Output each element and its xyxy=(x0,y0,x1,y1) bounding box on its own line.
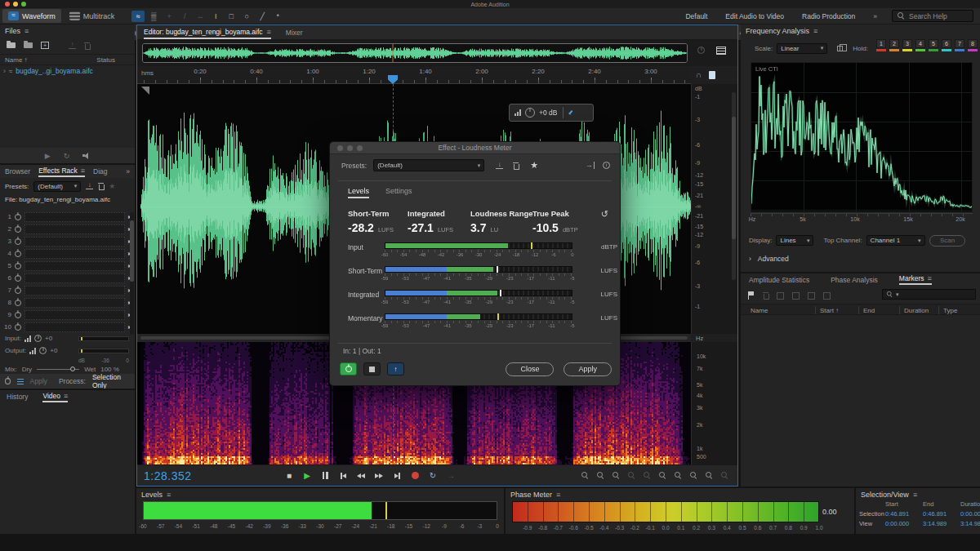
time-selection-tool-icon[interactable]: I xyxy=(209,11,222,22)
files-status-column[interactable]: Status xyxy=(96,56,115,64)
slot-well[interactable] xyxy=(24,237,125,247)
favorite-preset-icon[interactable]: ★ xyxy=(530,160,538,171)
timecode-display[interactable]: 1:28.352 xyxy=(144,469,192,482)
overview-range-frame[interactable] xyxy=(142,43,688,63)
tab-mixer[interactable]: Mixer xyxy=(286,29,303,37)
effect-power-button[interactable] xyxy=(340,362,357,375)
loop-button[interactable]: ↻ xyxy=(428,471,438,481)
slot-power-icon[interactable] xyxy=(15,275,21,282)
slot-power-icon[interactable] xyxy=(15,300,21,306)
dialog-preset-select[interactable]: (Default)▾ xyxy=(373,159,484,171)
advanced-toggle[interactable]: › Advanced xyxy=(749,255,789,263)
tab-browser[interactable]: Browser xyxy=(5,167,30,176)
slot-power-icon[interactable] xyxy=(15,312,21,318)
dialog-window-controls[interactable] xyxy=(337,145,363,151)
slot-well[interactable] xyxy=(24,261,125,271)
panel-menu-icon[interactable]: ≡ xyxy=(556,491,560,499)
frequency-graph[interactable]: Live CTI xyxy=(751,62,973,212)
hold-button-2[interactable]: 2 xyxy=(889,39,899,51)
tab-video[interactable]: Video≡ xyxy=(42,392,68,402)
add-marker-icon[interactable] xyxy=(747,291,755,300)
workspace-item[interactable]: Edit Audio to Video xyxy=(725,12,784,20)
delete-preset-icon[interactable] xyxy=(513,162,519,169)
top-channel-select[interactable]: Channel 1▾ xyxy=(866,235,925,246)
search-input[interactable] xyxy=(909,12,968,20)
marker-column-2[interactable]: End xyxy=(863,307,875,314)
zoom-full-icon[interactable] xyxy=(721,472,728,479)
effect-slot[interactable]: 6▸ xyxy=(0,272,135,284)
marker-search-box[interactable]: ▾ xyxy=(882,289,976,300)
effect-slot[interactable]: 3▸ xyxy=(0,235,135,247)
move-tool-icon[interactable]: + xyxy=(163,11,176,22)
hold-button-1[interactable]: 1 xyxy=(876,39,886,51)
slot-well[interactable] xyxy=(24,249,125,259)
play-button[interactable]: ▶ xyxy=(302,471,312,481)
files-name-column[interactable]: Name ↑ xyxy=(5,56,28,64)
zoom-selection-icon[interactable] xyxy=(612,472,620,479)
export-markers-icon[interactable] xyxy=(823,292,831,300)
tab-amplitude-statistics[interactable]: Amplitude Statistics xyxy=(749,276,809,284)
process-mode-select[interactable]: Selection Only xyxy=(92,373,130,389)
expander-icon[interactable]: › xyxy=(3,67,6,75)
tab-phase-analysis[interactable]: Phase Analysis xyxy=(831,276,878,284)
close-button[interactable]: Close xyxy=(506,362,554,376)
skip-back-button[interactable] xyxy=(338,471,348,481)
minimize-window-icon[interactable] xyxy=(13,2,18,7)
stop-button[interactable]: ■ xyxy=(284,471,294,481)
spot-healing-brush-tool-icon[interactable]: * xyxy=(271,11,284,22)
overview-strip[interactable] xyxy=(137,40,737,66)
rack-preset-select[interactable]: (Default)▾ xyxy=(33,181,81,192)
dialog-titlebar[interactable]: Effect - Loudness Meter xyxy=(330,142,620,154)
slot-well[interactable] xyxy=(24,322,125,332)
apply-button[interactable]: Apply xyxy=(564,362,612,376)
stop-button[interactable] xyxy=(363,362,381,375)
merge-markers-icon[interactable] xyxy=(777,292,784,300)
file-list-item[interactable]: › ≈ bugday_..gi_boyama.aifc xyxy=(0,65,135,77)
new-content-icon[interactable]: + xyxy=(41,42,49,49)
mix-slider-handle[interactable] xyxy=(70,367,75,371)
slot-power-icon[interactable] xyxy=(15,287,21,294)
spectral-display-icon[interactable]: ▒ xyxy=(147,11,160,22)
slip-tool-icon[interactable]: ↔ xyxy=(194,11,207,22)
hold-button-5[interactable]: 5 xyxy=(929,39,938,51)
zoom-out-vertical-icon[interactable] xyxy=(675,472,682,479)
zoom-in-horizontal-icon[interactable] xyxy=(581,472,589,479)
panel-menu-icon[interactable]: ≡ xyxy=(813,27,817,35)
help-search-box[interactable] xyxy=(892,10,973,22)
overview-waveform[interactable] xyxy=(143,44,687,62)
workspace-item[interactable]: Default xyxy=(685,12,707,20)
save-preset-icon[interactable]: ↓ xyxy=(86,183,93,189)
slot-well[interactable] xyxy=(24,212,125,222)
hold-button-8[interactable]: 8 xyxy=(968,39,978,51)
save-preset-icon[interactable]: ↓ xyxy=(496,162,503,169)
close-window-icon[interactable] xyxy=(5,2,10,7)
marker-column-1[interactable]: Start ↑ xyxy=(820,307,839,314)
marker-column-4[interactable]: Type xyxy=(943,307,957,314)
effect-slot[interactable]: 2▸ xyxy=(0,223,135,235)
display-select[interactable]: Lines▾ xyxy=(776,235,813,246)
rename-marker-icon[interactable] xyxy=(808,292,815,300)
tab-overflow-icon[interactable]: » xyxy=(126,167,130,176)
lasso-selection-tool-icon[interactable]: ○ xyxy=(240,11,253,22)
rack-list-icon[interactable] xyxy=(17,379,24,384)
timeline-ruler[interactable]: hms 0:200:401:001:201:402:002:202:403:00 xyxy=(137,66,691,84)
panel-menu-icon[interactable]: ≡ xyxy=(267,28,271,36)
tab-effects-rack[interactable]: Effects Rack≡ xyxy=(38,167,85,177)
slot-well[interactable] xyxy=(24,273,125,283)
metering-icon[interactable] xyxy=(709,71,715,79)
marker-column-3[interactable]: Duration xyxy=(904,307,929,314)
slot-power-icon[interactable] xyxy=(15,251,21,257)
editor-list-icon[interactable] xyxy=(716,47,726,55)
slot-well[interactable] xyxy=(24,310,125,320)
hud-gain-knob[interactable] xyxy=(525,108,535,118)
delete-file-icon[interactable] xyxy=(84,42,90,49)
mix-slider[interactable] xyxy=(37,369,79,370)
waveform-view-button[interactable]: ≈ Waveform xyxy=(2,9,61,23)
info-icon[interactable]: i xyxy=(603,162,610,169)
slot-well[interactable] xyxy=(24,286,125,295)
marker-column-0[interactable]: Name xyxy=(751,307,768,314)
slot-power-icon[interactable] xyxy=(15,238,21,245)
window-controls[interactable] xyxy=(5,2,26,7)
gain-hud[interactable]: +0 dB xyxy=(509,104,594,122)
preview-loop-icon[interactable]: ↻ xyxy=(64,152,70,160)
